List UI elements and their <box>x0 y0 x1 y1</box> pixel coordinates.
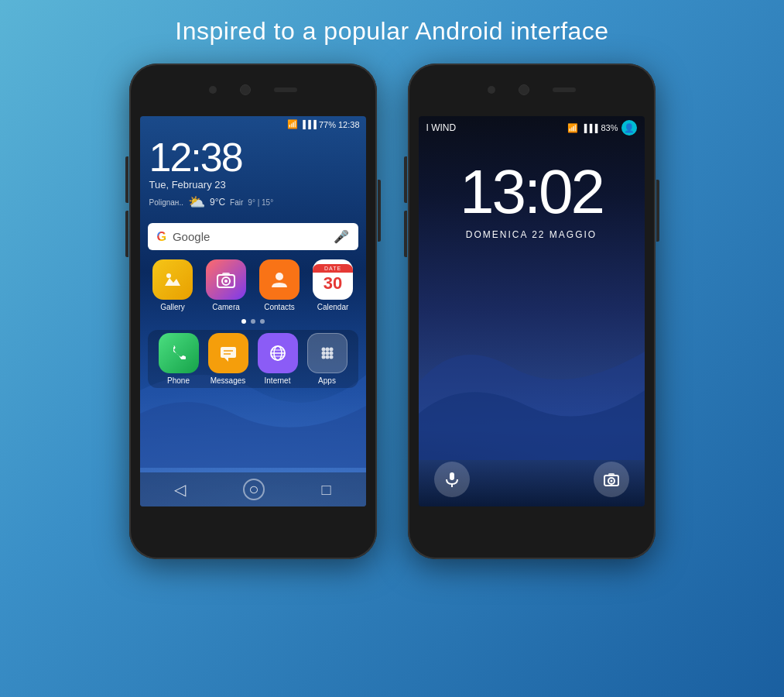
google-logo-text: Google <box>173 230 327 243</box>
front-camera-left <box>209 86 217 94</box>
dock-row: Phone Messages Internet <box>148 330 358 388</box>
phone-icon <box>159 333 199 373</box>
svg-point-24 <box>329 355 333 359</box>
lock-camera-button[interactable] <box>594 462 629 497</box>
svg-rect-5 <box>222 273 230 276</box>
svg-point-16 <box>321 348 325 352</box>
svg-rect-30 <box>608 473 615 476</box>
front-camera-right <box>488 86 495 94</box>
mic-icon[interactable]: 🎤 <box>334 229 349 244</box>
app-camera[interactable]: Camera <box>201 259 252 311</box>
svg-point-4 <box>224 280 228 283</box>
svg-point-20 <box>325 352 329 355</box>
contacts-icon <box>259 259 300 300</box>
apps-icon <box>307 333 347 373</box>
weather-temp: 9°C <box>210 197 225 208</box>
dot-2 <box>251 319 255 324</box>
lock-mic-button[interactable] <box>434 462 470 497</box>
dock-internet[interactable]: Internet <box>255 333 301 385</box>
contacts-label: Contacts <box>264 303 294 311</box>
location-name: Polignан.. <box>149 198 183 207</box>
app-grid-top: Gallery Camera Contacts <box>140 256 366 314</box>
bezel-bottom-left <box>129 506 377 559</box>
lock-date: DOMENICA 22 MAGGIO <box>419 229 645 240</box>
svg-point-1 <box>166 273 171 278</box>
lock-battery: 83% <box>601 123 618 132</box>
messages-icon <box>208 333 248 373</box>
weather-icon: ⛅ <box>188 194 205 211</box>
svg-point-23 <box>325 355 329 359</box>
weather-range: 9° | 15° <box>248 198 273 207</box>
apps-label: Apps <box>318 376 336 385</box>
svg-point-22 <box>321 355 325 359</box>
app-contacts[interactable]: Contacts <box>255 259 305 311</box>
page-dots <box>140 314 366 327</box>
page-title: Inspired to a popular Android interface <box>175 17 608 46</box>
camera-icon <box>206 259 246 300</box>
dock-apps[interactable]: Apps <box>304 333 351 385</box>
dock-messages[interactable]: Messages <box>205 333 252 385</box>
nav-bar: ◁ ○ □ <box>140 472 366 506</box>
phone-right: I WIND 📶 ▐▐▐ 83% 👤 13:02 DOMENICA 22 MAG… <box>408 64 656 559</box>
svg-marker-8 <box>224 358 228 362</box>
battery-left: 77% <box>319 120 336 129</box>
messages-label: Messages <box>211 376 246 385</box>
home-clock-time: 12:38 <box>149 137 357 177</box>
screen-right: I WIND 📶 ▐▐▐ 83% 👤 13:02 DOMENICA 22 MAG… <box>419 116 645 506</box>
weather-row: Polignан.. ⛅ 9°C Fair 9° | 15° <box>149 194 357 211</box>
recents-button[interactable]: □ <box>322 481 331 499</box>
bezel-top-right <box>408 64 656 116</box>
sensor-left <box>274 88 297 92</box>
lock-status-icons: 📶 ▐▐▐ 83% 👤 <box>567 120 636 136</box>
lock-wifi-icon: 📶 <box>567 123 578 133</box>
svg-point-17 <box>325 348 329 352</box>
lock-screen: I WIND 📶 ▐▐▐ 83% 👤 13:02 DOMENICA 22 MAG… <box>419 116 645 506</box>
clock-widget: 12:38 Tue, February 23 Polignан.. ⛅ 9°C … <box>140 131 366 214</box>
internet-icon <box>258 333 298 373</box>
svg-point-18 <box>329 348 333 352</box>
bezel-bottom-right <box>408 506 656 559</box>
lock-time: 13:02 <box>419 161 645 223</box>
svg-point-21 <box>329 352 333 355</box>
app-calendar[interactable]: DATE 30 Calendar <box>308 259 358 311</box>
status-bar-left: 📶 ▐▐▐ 77% 12:38 <box>140 116 366 131</box>
lock-signal-icon: ▐▐▐ <box>581 124 597 132</box>
lock-bottom-buttons <box>419 462 645 497</box>
gallery-icon <box>152 259 193 300</box>
status-icons-left: 📶 ▐▐▐ 77% 12:38 <box>287 119 360 129</box>
screen-left: 📶 ▐▐▐ 77% 12:38 12:38 Tue, February 23 P… <box>140 116 366 506</box>
carrier-name: I WIND <box>426 122 457 133</box>
time-left: 12:38 <box>338 120 360 129</box>
back-button[interactable]: ◁ <box>174 480 186 499</box>
user-avatar: 👤 <box>621 120 637 136</box>
camera-label: Camera <box>212 303 240 311</box>
calendar-label: Calendar <box>317 303 349 311</box>
google-search-bar[interactable]: G Google 🎤 <box>148 223 358 250</box>
phone-left: 📶 ▐▐▐ 77% 12:38 12:38 Tue, February 23 P… <box>129 64 377 559</box>
svg-point-6 <box>276 273 283 280</box>
phones-container: 📶 ▐▐▐ 77% 12:38 12:38 Tue, February 23 P… <box>129 60 656 559</box>
home-clock-date: Tue, February 23 <box>149 179 357 191</box>
sensor-right <box>553 88 576 92</box>
dot-1 <box>241 319 246 324</box>
svg-marker-0 <box>165 278 180 286</box>
internet-label: Internet <box>265 376 291 385</box>
app-gallery[interactable]: Gallery <box>148 259 198 311</box>
svg-point-29 <box>610 480 612 482</box>
home-screen: 📶 ▐▐▐ 77% 12:38 12:38 Tue, February 23 P… <box>140 116 366 506</box>
wifi-icon-left: 📶 <box>287 119 298 129</box>
lock-wave <box>419 290 645 460</box>
speaker-left <box>240 84 251 95</box>
gallery-label: Gallery <box>160 303 185 311</box>
dock-phone[interactable]: Phone <box>156 333 202 385</box>
lock-status-bar: I WIND 📶 ▐▐▐ 83% 👤 <box>419 116 645 138</box>
dot-3 <box>260 319 265 324</box>
signal-icon-left: ▐▐▐ <box>300 120 317 129</box>
svg-rect-7 <box>221 347 236 358</box>
svg-rect-25 <box>450 472 454 480</box>
home-button[interactable]: ○ <box>243 479 265 500</box>
phone-label: Phone <box>167 376 190 385</box>
bezel-top-left <box>129 64 377 116</box>
svg-point-19 <box>321 352 325 355</box>
calendar-icon: DATE 30 <box>313 259 353 300</box>
